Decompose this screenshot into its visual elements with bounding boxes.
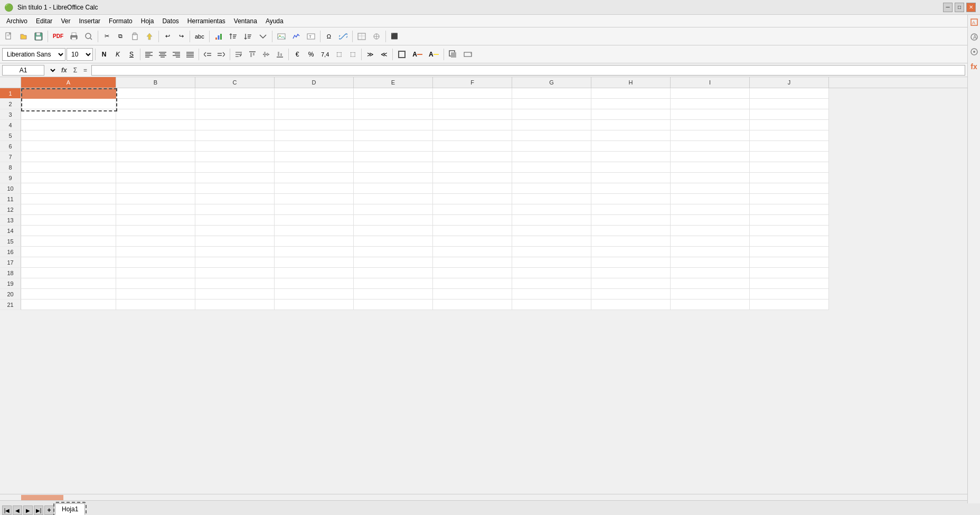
cell-E1[interactable] (354, 88, 433, 99)
col-header-I[interactable]: I (671, 77, 750, 88)
indent-left-button[interactable] (201, 48, 214, 61)
cell-D10[interactable] (275, 183, 354, 194)
cell-F6[interactable] (433, 141, 512, 152)
cell-G9[interactable] (512, 173, 591, 183)
hyperlink-button[interactable] (336, 30, 350, 43)
row-num-10[interactable]: 10 (0, 183, 21, 194)
cell-F21[interactable] (433, 299, 512, 310)
cell-H17[interactable] (591, 257, 671, 268)
cell-A7[interactable] (21, 152, 116, 162)
cell-F18[interactable] (433, 268, 512, 278)
cell-A5[interactable] (21, 130, 116, 141)
cell-I9[interactable] (671, 173, 750, 183)
cell-C8[interactable] (195, 162, 275, 173)
cell-J10[interactable] (750, 183, 829, 194)
cell-A21[interactable] (21, 299, 116, 310)
cell-B7[interactable] (116, 152, 195, 162)
row-num-9[interactable]: 9 (0, 173, 21, 183)
cell-J9[interactable] (750, 173, 829, 183)
cell-J21[interactable] (750, 299, 829, 310)
sort-asc-button[interactable] (227, 30, 240, 43)
undo-button[interactable]: ↩ (161, 30, 174, 43)
cell-H19[interactable] (591, 278, 671, 289)
cell-B14[interactable] (116, 226, 195, 236)
menu-insertar[interactable]: Insertar (74, 16, 105, 26)
h-scrollbar-thumb[interactable] (21, 495, 63, 500)
insert-textbox-button[interactable]: T (304, 30, 318, 43)
cell-D3[interactable] (275, 109, 354, 120)
cell-D7[interactable] (275, 152, 354, 162)
more-tb1[interactable] (355, 30, 369, 43)
cell-F20[interactable] (433, 289, 512, 299)
col-header-B[interactable]: B (116, 77, 195, 88)
border-button[interactable] (395, 48, 409, 61)
cell-J13[interactable] (750, 215, 829, 226)
cell-J6[interactable] (750, 141, 829, 152)
fx-button[interactable]: fx (59, 65, 69, 76)
bg-color-button[interactable]: A (426, 48, 441, 61)
cell-G5[interactable] (512, 130, 591, 141)
cell-B9[interactable] (116, 173, 195, 183)
cell-E15[interactable] (354, 236, 433, 247)
cell-G12[interactable] (512, 204, 591, 215)
cell-H11[interactable] (591, 194, 671, 204)
cell-D11[interactable] (275, 194, 354, 204)
currency-button[interactable]: € (291, 48, 304, 61)
cell-E13[interactable] (354, 215, 433, 226)
cell-G8[interactable] (512, 162, 591, 173)
align-justify-button[interactable] (184, 48, 196, 61)
cell-G20[interactable] (512, 289, 591, 299)
cell-I14[interactable] (671, 226, 750, 236)
cell-H9[interactable] (591, 173, 671, 183)
tab-first-button[interactable]: |◀ (2, 505, 12, 515)
cell-B16[interactable] (116, 247, 195, 257)
cell-I12[interactable] (671, 204, 750, 215)
cell-B5[interactable] (116, 130, 195, 141)
menu-ayuda[interactable]: Ayuda (261, 16, 288, 26)
valign-middle-button[interactable] (260, 48, 272, 61)
window-controls[interactable]: ─ □ ✕ (943, 3, 976, 12)
cell-H4[interactable] (591, 120, 671, 130)
cell-D14[interactable] (275, 226, 354, 236)
cell-E7[interactable] (354, 152, 433, 162)
cell-E21[interactable] (354, 299, 433, 310)
cell-G3[interactable] (512, 109, 591, 120)
cell-A6[interactable] (21, 141, 116, 152)
cell-A8[interactable] (21, 162, 116, 173)
cell-D12[interactable] (275, 204, 354, 215)
cell-H20[interactable] (591, 289, 671, 299)
cell-E14[interactable] (354, 226, 433, 236)
cell-F5[interactable] (433, 130, 512, 141)
cell-D20[interactable] (275, 289, 354, 299)
cell-J1[interactable] (750, 88, 829, 99)
cell-E11[interactable] (354, 194, 433, 204)
cell-E6[interactable] (354, 141, 433, 152)
cell-J7[interactable] (750, 152, 829, 162)
cell-C4[interactable] (195, 120, 275, 130)
row-num-3[interactable]: 3 (0, 109, 21, 120)
col-header-A[interactable]: A (21, 77, 116, 88)
cell-C17[interactable] (195, 257, 275, 268)
cell-G7[interactable] (512, 152, 591, 162)
cell-I16[interactable] (671, 247, 750, 257)
cell-J20[interactable] (750, 289, 829, 299)
cell-F10[interactable] (433, 183, 512, 194)
cell-H10[interactable] (591, 183, 671, 194)
cell-B2[interactable] (116, 99, 195, 109)
cell-A4[interactable] (21, 120, 116, 130)
cell-I13[interactable] (671, 215, 750, 226)
cell-J4[interactable] (750, 120, 829, 130)
cell-A10[interactable] (21, 183, 116, 194)
cell-D16[interactable] (275, 247, 354, 257)
cell-D6[interactable] (275, 141, 354, 152)
cell-C20[interactable] (195, 289, 275, 299)
export-pdf-button[interactable]: PDF (50, 30, 66, 43)
cell-F15[interactable] (433, 236, 512, 247)
save-button[interactable] (32, 30, 45, 43)
cell-A19[interactable] (21, 278, 116, 289)
cell-I2[interactable] (671, 99, 750, 109)
cell-I11[interactable] (671, 194, 750, 204)
cell-D5[interactable] (275, 130, 354, 141)
cell-F3[interactable] (433, 109, 512, 120)
cell-G19[interactable] (512, 278, 591, 289)
